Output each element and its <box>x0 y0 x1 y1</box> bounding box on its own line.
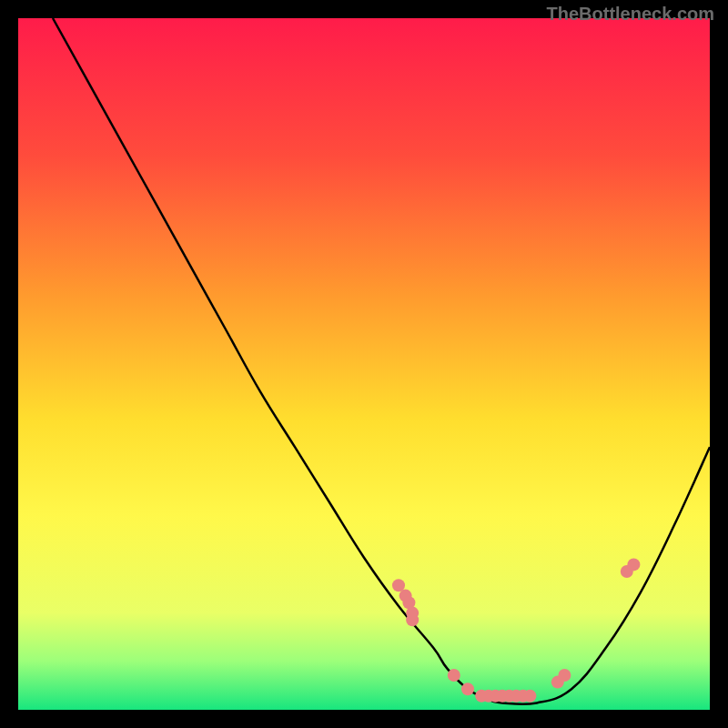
watermark-label: TheBottleneck.com <box>547 4 714 25</box>
data-point-marker <box>448 669 460 682</box>
data-point-marker <box>461 682 474 695</box>
data-point-marker <box>392 579 405 592</box>
plot-area <box>18 18 710 710</box>
data-point-marker <box>558 669 571 682</box>
chart-svg <box>18 18 710 710</box>
chart-container: TheBottleneck.com <box>0 0 728 728</box>
data-point-marker <box>523 690 536 703</box>
data-point-marker <box>627 558 640 571</box>
data-point-marker <box>406 613 419 626</box>
gradient-background <box>18 18 710 710</box>
